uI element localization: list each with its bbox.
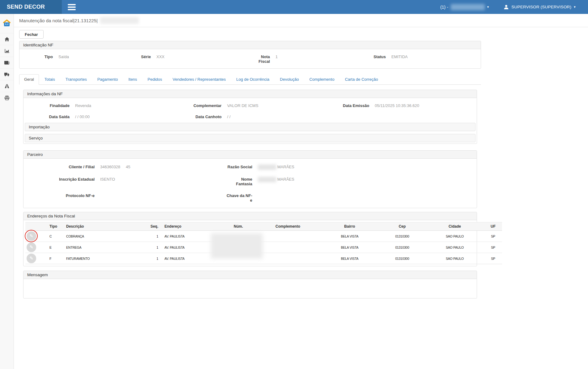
close-button[interactable]: Fechar (19, 30, 44, 39)
field-data-saida-label: Data Saída (27, 114, 70, 119)
field-serie-label: Série (135, 54, 151, 59)
edit-address-button[interactable]: ✎ (27, 231, 36, 241)
cell-seq: 1 (145, 231, 160, 242)
panel-parceiro-title: Parceiro (23, 151, 477, 159)
newspaper-icon (4, 60, 10, 65)
tab-totais[interactable]: Totais (40, 74, 60, 85)
tab-bar: Geral Totais Transportes Pagamento Itens… (19, 74, 481, 85)
brand-block: SEND DECOR (0, 0, 62, 14)
cell-bairro: BELA VISTA (320, 242, 379, 253)
sidebar-item-news[interactable] (0, 57, 14, 68)
field-tipo-value: Saída (58, 54, 69, 59)
mensagem-body (23, 279, 477, 298)
hamburger-menu-icon[interactable] (66, 2, 78, 12)
sidebar-item-home[interactable] (0, 33, 14, 45)
col-seq: Seq. (145, 222, 160, 231)
tab-geral[interactable]: Geral (19, 74, 39, 85)
col-bairro: Bairro (320, 222, 379, 231)
field-inscricao-estadual-label: Inscrição Estadual (27, 177, 95, 182)
field-tipo: Tipo Saída (19, 54, 135, 64)
table-header-row: Tipo Descrição Seq. Endereço Núm. Comple… (25, 222, 502, 231)
field-data-emissao: Data Emissão 05/11/2025 10:35:36.620 (324, 103, 473, 108)
app-logo-icon[interactable] (0, 14, 14, 33)
cell-num (221, 253, 255, 264)
field-complementar: Complementar VALOR DE ICMS (176, 103, 325, 108)
cell-complemento (255, 242, 320, 253)
tab-devolucao[interactable]: Devolução (275, 74, 304, 85)
edit-address-button[interactable]: ✎ (27, 254, 36, 263)
panel-informacoes-nf: Informações da NF Finalidade Revenda Com… (23, 90, 477, 144)
field-nota-fiscal-label: Nota Fiscal (250, 54, 270, 64)
cell-endereco: AV. PAULISTA (160, 242, 221, 253)
tab-itens[interactable]: Itens (123, 74, 142, 85)
cell-tipo: F (40, 253, 65, 264)
field-status: Status EMITIDA (365, 54, 481, 64)
field-data-canhoto: Data Canhoto / / (176, 114, 325, 119)
panel-mensagem: Mensagem (23, 271, 477, 298)
field-nota-fiscal: Nota Fiscal 1 (250, 54, 365, 64)
tab-log-de-ocorrencia[interactable]: Log de Ocorrência (231, 74, 274, 85)
cell-cidade: SAO PAULO (425, 253, 484, 264)
field-data-emissao-value: 05/11/2025 10:35:36.620 (375, 103, 419, 108)
panel-enderecos-title: Endereços da Nota Fiscal (23, 212, 477, 220)
panel-identificacao-title: Identificação NF (19, 41, 481, 49)
field-serie-value: XXX (156, 54, 164, 59)
field-nome-fantasia-label: Nome Fantasia (225, 177, 252, 186)
table-row-cobranca: ✎ C COBRANÇA 1 AV. PAULISTA BELA VISTA 0… (25, 231, 502, 242)
tab-pagamento[interactable]: Pagamento (92, 74, 123, 85)
company-name-redacted (451, 4, 485, 10)
collapsed-section-importacao[interactable]: Importação (25, 123, 475, 131)
company-prefix: (1) - (440, 5, 448, 10)
col-cep: Cep (379, 222, 425, 231)
col-tipo: Tipo (40, 222, 65, 231)
sidebar-item-print[interactable] (0, 92, 14, 104)
user-icon (504, 4, 509, 10)
field-tipo-label: Tipo (19, 54, 53, 59)
field-chave-nfe: Chave da NF-e (225, 193, 473, 203)
field-cliente-filial-label: Cliente / Filial (27, 165, 95, 169)
col-num: Núm. (221, 222, 255, 231)
tab-transportes[interactable]: Transportes (61, 74, 92, 85)
panel-informacoes-title: Informações da NF (23, 90, 477, 98)
field-inscricao-estadual-value: ISENTO (100, 177, 115, 182)
cell-uf: SP (484, 253, 502, 264)
sidebar-item-routes[interactable] (0, 80, 14, 92)
cell-descricao: COBRANÇA (65, 231, 145, 242)
cell-complemento (255, 253, 320, 264)
sidebar-item-reports[interactable] (0, 45, 14, 57)
cell-endereco: AV. PAULISTA (160, 231, 221, 242)
field-complementar-value: VALOR DE ICMS (227, 103, 258, 108)
field-protocolo-nfe: Protocolo NF-e (27, 193, 225, 203)
table-row-entrega: ✎ E ENTREGA 1 AV. PAULISTA BELA VISTA 01… (25, 242, 502, 253)
user-menu[interactable]: SUPERVISOR (SUPERVISOR) ▾ (504, 4, 576, 10)
field-nome-fantasia-value: MARÃES (258, 177, 294, 182)
tab-complemento[interactable]: Complemento (305, 74, 339, 85)
chevron-down-icon: ▾ (574, 5, 576, 9)
cell-uf: SP (484, 231, 502, 242)
enderecos-table: Tipo Descrição Seq. Endereço Núm. Comple… (25, 222, 502, 264)
tab-carta-de-correcao[interactable]: Carta de Correção (340, 74, 383, 85)
company-selector[interactable]: (1) - ▾ (440, 4, 489, 10)
tab-vendedores-representantes[interactable]: Vendedores / Representantes (168, 74, 231, 85)
page-title: Manutenção da nota fiscal|21.131225| (19, 18, 98, 23)
cell-cep: 01310300 (379, 242, 425, 253)
edit-address-button[interactable]: ✎ (27, 242, 36, 252)
cell-descricao: ENTREGA (65, 242, 145, 253)
field-data-emissao-label: Data Emissão (324, 103, 369, 108)
cell-uf: SP (484, 242, 502, 253)
tab-pedidos[interactable]: Pedidos (143, 74, 167, 85)
col-endereco: Endereço (160, 222, 221, 231)
home-icon (4, 37, 10, 42)
collapsed-section-servico[interactable]: Serviço (25, 134, 475, 142)
field-complementar-label: Complementar (176, 103, 222, 108)
sidebar-item-shipping[interactable] (0, 68, 14, 80)
field-filial-value: 45 (126, 165, 130, 169)
cell-complemento (255, 231, 320, 242)
col-uf: UF (484, 222, 502, 231)
field-data-saida-value: / / 00:00 (75, 114, 90, 119)
panel-mensagem-title: Mensagem (23, 271, 477, 279)
road-icon (4, 84, 10, 88)
field-status-label: Status (365, 54, 386, 59)
cell-cidade: SAO PAULO (425, 242, 484, 253)
brand-logo-text: SEND DECOR (7, 4, 45, 10)
